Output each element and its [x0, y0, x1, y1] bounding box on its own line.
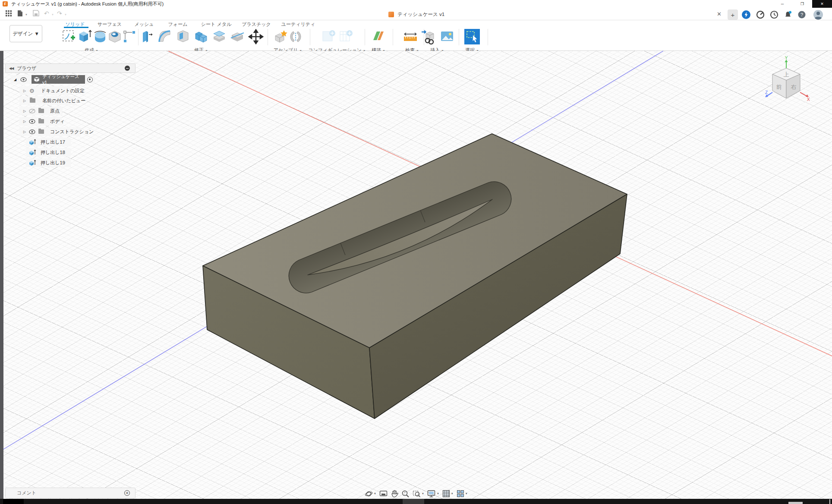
configuration-table-icon [338, 28, 354, 45]
minimize-panel-icon[interactable] [125, 66, 130, 71]
file-menu-icon[interactable] [17, 10, 23, 18]
fit-view-icon[interactable]: ▼ [413, 490, 424, 498]
select-icon[interactable] [464, 28, 480, 45]
visibility-eye-icon[interactable] [29, 119, 35, 124]
tree-item-label: 名前の付いたビュー [42, 98, 85, 104]
minimize-button[interactable]: ─ [772, 0, 792, 8]
taskbar-strip [0, 499, 832, 504]
browser-row-construction[interactable]: ▷ コンストラクション [5, 127, 136, 136]
collapse-panel-icon[interactable]: ◀◀ [9, 66, 13, 70]
comment-panel[interactable]: コメント + [5, 488, 136, 498]
tab-sheet-metal[interactable]: シート メタル [201, 21, 231, 28]
undo-icon[interactable]: ↶ [44, 10, 49, 17]
undo-dropdown-icon[interactable]: ▼ [51, 13, 54, 16]
fusion-logo-icon: F [3, 1, 8, 6]
extrude-feature-icon [28, 160, 36, 166]
browser-row-bodies[interactable]: ▷ ボディ [5, 117, 136, 126]
view-cube[interactable]: Y 上 前 右 Z X [764, 56, 811, 108]
maximize-button[interactable]: ❐ [792, 0, 812, 8]
history-clock-icon[interactable] [769, 9, 779, 20]
viewports-icon[interactable]: ▼ [457, 490, 468, 498]
app-grid-menu-icon[interactable] [5, 10, 12, 18]
save-icon[interactable] [33, 10, 39, 18]
rectangular-pattern-icon[interactable] [122, 28, 137, 45]
job-status-icon[interactable] [755, 9, 766, 20]
activate-component-icon[interactable] [87, 77, 93, 82]
pan-icon[interactable] [391, 490, 398, 498]
measure-icon[interactable] [402, 28, 418, 45]
window-title: ティッシュケース v1 (g catsin) - Autodesk Fusion… [11, 1, 164, 7]
insert-image-icon[interactable] [439, 28, 455, 45]
offset-face-icon[interactable] [211, 28, 227, 45]
tree-item-label: 押し出し17 [41, 139, 65, 145]
insert-link-icon[interactable] [421, 28, 436, 45]
tab-utilities[interactable]: ユーティリティ [281, 21, 315, 28]
expand-arrow-icon[interactable]: ◢ [12, 78, 18, 82]
tab-mesh[interactable]: メッシュ [134, 21, 154, 28]
extensions-icon[interactable] [741, 9, 751, 20]
document-tab[interactable]: ティッシュケース v1 [388, 9, 444, 19]
browser-row-doc-settings[interactable]: ▷ ⚙ ドキュメントの設定 [5, 86, 136, 95]
tree-item-label: ボディ [50, 118, 65, 125]
browser-row-named-views[interactable]: ▷ 名前の付いたビュー [5, 96, 136, 105]
help-icon[interactable]: ? [797, 9, 807, 20]
workspace-selector[interactable]: デザイン ▼ [9, 25, 42, 42]
visibility-eye-icon[interactable] [20, 77, 27, 82]
visibility-eye-icon[interactable] [29, 129, 35, 134]
construction-plane-icon[interactable] [371, 28, 386, 45]
expand-arrow-icon[interactable]: ▷ [22, 89, 28, 93]
new-tab-button[interactable]: + [728, 9, 738, 20]
browser-header[interactable]: ◀◀ ブラウザ [5, 63, 136, 73]
user-avatar[interactable] [813, 9, 823, 20]
zoom-icon[interactable]: +- [401, 490, 410, 498]
add-comment-icon[interactable]: + [124, 490, 130, 496]
browser-title: ブラウザ [17, 65, 36, 72]
tab-plastic[interactable]: プラスチック [242, 21, 271, 28]
hole-icon[interactable] [107, 28, 123, 45]
tab-form[interactable]: フォーム [168, 21, 188, 28]
expand-arrow-icon[interactable]: ▷ [22, 109, 28, 113]
folder-icon [38, 119, 44, 123]
axis-y-label: Y [785, 56, 788, 60]
tab-close-icon[interactable]: ✕ [717, 11, 722, 17]
redo-icon[interactable]: ↷ [57, 10, 62, 17]
split-body-icon[interactable] [230, 28, 245, 45]
ribbon-toolbar: ソリッド サーフェス メッシュ フォーム シート メタル プラスチック ユーティ… [0, 20, 832, 51]
browser-row-extrude18[interactable]: 押し出し18 [5, 148, 136, 157]
fillet-icon[interactable] [157, 28, 173, 45]
extrude-icon[interactable] [77, 28, 92, 45]
orbit-icon[interactable]: ▼ [365, 490, 376, 498]
selected-document-highlight[interactable]: ティッシュケース v1 [32, 75, 85, 84]
browser-row-extrude19[interactable]: 押し出し19 [5, 158, 136, 167]
redo-dropdown-icon[interactable]: ▼ [64, 13, 67, 16]
create-sketch-icon[interactable] [61, 28, 77, 45]
browser-row-extrude17[interactable]: 押し出し17 [5, 138, 136, 146]
quick-access-toolbar: ▼ ↶ ▼ ↷ ▼ ティッシュケース v1 ✕ + ? [0, 8, 832, 20]
combine-icon[interactable] [193, 28, 209, 45]
notifications-bell-icon[interactable] [783, 9, 793, 20]
browser-row-document[interactable]: ◢ ティッシュケース v1 [5, 75, 136, 84]
browser-panel: ◀◀ ブラウザ [5, 63, 136, 73]
browser-row-origin[interactable]: ▷ 原点 [5, 107, 136, 115]
move-copy-icon[interactable] [248, 28, 264, 45]
look-at-icon[interactable] [379, 490, 388, 498]
document-cube-icon [388, 12, 394, 17]
folder-icon [30, 98, 35, 103]
visibility-off-eye-icon[interactable] [29, 109, 35, 113]
tab-surface[interactable]: サーフェス [98, 21, 122, 28]
extrude-feature-icon [28, 149, 36, 156]
expand-arrow-icon[interactable]: ▷ [22, 130, 28, 134]
expand-arrow-icon[interactable]: ▷ [22, 120, 28, 123]
joint-icon[interactable] [288, 28, 303, 45]
shell-icon[interactable] [175, 28, 191, 45]
viewcube-top-label: 上 [784, 71, 789, 78]
revolve-icon[interactable] [92, 28, 108, 45]
display-settings-icon[interactable]: ▼ [427, 490, 439, 498]
press-pull-icon[interactable] [139, 28, 154, 45]
grid-snap-icon[interactable]: ▼ [442, 490, 454, 498]
expand-arrow-icon[interactable]: ▷ [22, 99, 28, 103]
close-button[interactable]: ✕ [812, 0, 832, 8]
new-component-icon[interactable] [273, 28, 289, 45]
file-menu-dropdown-icon[interactable]: ▼ [25, 13, 28, 16]
viewport-canvas[interactable]: ◀◀ ブラウザ ◢ ティッシュケース v1 ▷ ⚙ ドキュメントの設定 [0, 51, 832, 499]
